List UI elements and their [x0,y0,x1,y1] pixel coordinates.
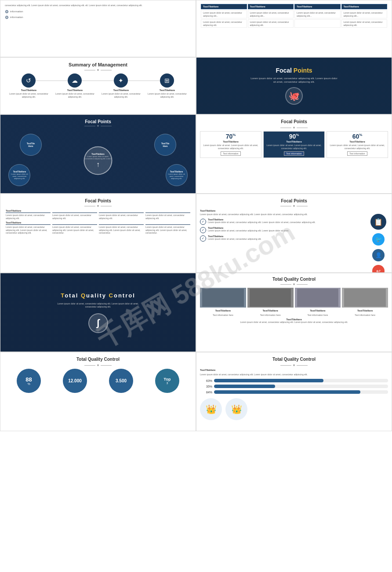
bubble-top-right: TextTileHere [154,134,176,156]
connector-line [26,81,171,81]
deco-dot [97,69,99,71]
icon-item-1: ↺ TextTileHere Lorem ipsum dolor sit ame… [8,73,49,98]
table-header-2-3 [99,221,144,225]
percent-num-90: 90% [289,133,299,139]
col-header-4: TextTileHere [341,4,388,9]
percent-card-label-2: TextTileHere [286,140,301,143]
list-entry-1: ✓ TextTileHere Lorem ipsum dolor sit ame… [200,218,366,225]
stat-num-88: 88 [25,377,32,382]
bar-row-84: 84% [200,390,388,394]
table-row: Lorem ipsum dolor sit amet, consectetur … [201,19,387,28]
tqc-dark-title: Total Quality Control [61,292,135,299]
percent-title-deco [200,127,388,128]
deco-line-left [84,70,95,70]
percent-card-text-2: Lorem ipsum dolor sit amet. Lorem ipsum … [265,144,323,150]
tqc-photos-title: Total Quality Control [200,277,388,282]
slide-tqc-stats: Total Quality Control 88 % 12.000 3.500 … [0,352,196,431]
col-header-3: TextTileHere [294,4,341,9]
photo-4 [342,288,388,308]
slide-focal-iconlist: Focal Points TextTileHere Lorem ipsum do… [196,194,392,273]
photo-sublabels: Text information here Text information h… [200,314,388,316]
tqc-photos-bottom-text: Lorem ipsum dolor sit amet, consectetur … [200,321,388,324]
stat-circle-3500: 3.500 [109,369,133,393]
check-icon-1: ✓ [200,219,206,225]
photos-row [200,288,388,308]
tqc-bars-title: Total Quality Control [200,357,388,362]
percent-card-btn-3[interactable]: Text information [347,151,367,156]
slide-focal-bubbles: Focal Points TextTileHere TextTileHere T… [0,114,196,194]
percent-card-btn-2[interactable]: Text information [284,151,304,156]
stat-unit-pct: % [27,382,30,385]
percent-num-70: 70% [226,133,236,139]
icon-text-2: Lorem ipsum dolor sit amet, consectetur … [54,92,95,98]
table-title-deco [6,205,190,207]
photo-3 [295,288,341,308]
bar-row-63: 63% [200,379,388,382]
icon-text-4: Lorem ipsum dolor sit amet, consectetur … [147,92,187,98]
info-bullet-2: ⚙ information [5,15,191,20]
percent-card-60: 60% TextTileHere Lorem ipsum dolor sit a… [327,131,388,158]
percent-card-btn-1[interactable]: Text information [221,151,240,156]
tqc-bars-bottom: 👑 👑 [200,398,388,420]
table-section-2: TextTileHere Lorem ipsum dolor sit amet,… [6,221,190,235]
icon-circle-3: ✦ [114,73,128,88]
tqc-bars-subtitle: Lorem ipsum dolor sit amet, consectetur … [200,373,388,376]
slide-tqc-photos: Total Quality Control TextTileHere TextT… [196,273,392,352]
bar-track-35 [214,385,388,388]
icon-circle-2: ☁ [68,73,82,88]
iconlist-left: TextTileHere Lorem ipsum dolor sit amet,… [200,209,366,273]
slide-table-top: TextTileHere TextTileHere TextTileHere T… [196,0,392,57]
bar-track-84 [214,390,388,394]
bubble-top-left: TextTileHere [20,134,42,156]
stat-circle-88: 88 % [17,369,41,393]
icon-item-2: ☁ TextTileHere Lorem ipsum dolor sit ame… [54,73,95,98]
bar-row-35: 35% [200,385,388,388]
summary-title: Summary of Management [6,62,190,67]
crown-icon-1: 👑 [200,398,222,420]
list-entry-3: ✓ TextTileHere Lorem ipsum dolor sit ame… [200,235,366,242]
bubble-slide-title: Focal Points [5,119,191,124]
stat-num-top: Top [164,378,171,381]
focal-logo-icon: 🐙 [285,87,303,105]
icon-text-1: Lorem ipsum dolor sit amet, consectetur … [8,92,49,98]
table-header-2-4 [145,221,190,225]
tqc-stats-title: Total Quality Control [6,357,190,362]
icon-label-3: TextTileHere [113,89,129,92]
bar-fill-63 [214,379,323,382]
photo-1 [200,288,246,308]
table-header-1: TextTileHere [6,209,51,213]
info-bullet-text-1: information [10,10,23,13]
table-header-3 [99,209,144,213]
top-table: TextTileHere TextTileHere TextTileHere T… [200,3,388,29]
slide-focal-dark: Focal Points Lorem ipsum dolor sit amet,… [196,57,392,114]
tqc-dark-subtitle: Lorem ipsum dolor sit amet, consectetur … [54,302,142,309]
tqc-bars-main-label: TextTileHere [200,369,388,371]
percent-card-label-3: TextTileHere [349,140,365,143]
bubble-layout: TextTileHere TextTileHere TextTileHere L… [5,128,191,192]
bar-pct-63: 63% [200,379,212,382]
check-icon-3: ✓ [200,235,206,242]
gear-icon-2: ⚙ [5,15,9,20]
deco-line-right [101,70,112,70]
icon-item-3: ✦ TextTileHere Lorem ipsum dolor sit ame… [101,73,141,98]
stat-num-3500: 3.500 [116,379,127,383]
icon-label-4: TextTileHere [160,89,175,92]
info-col-1: consectetur adipiscing elit. Lorem ipsum… [5,4,191,21]
iconlist-title-deco [200,205,388,207]
stats-circles: 88 % 12.000 3.500 Top 3 [6,369,190,393]
slide-tqc-dark: Total Quality Control Lorem ipsum dolor … [0,273,196,352]
list-entry-2: ✓ TextTileHere Lorem ipsum dolor sit ame… [200,227,366,233]
user-icon: 👤 [372,249,385,261]
icon-circle-1: ↺ [22,73,36,88]
focal-highlight: Points [294,67,312,74]
table-header-4 [145,209,190,213]
bubble-bottom-right: TextTileHere Lorem ipsum dolor sit amet,… [166,164,188,186]
slide-focal-percent: Focal Points 70% TextTileHere Lorem ipsu… [196,114,392,194]
iconlist-slide-title: Focal Points [200,198,388,203]
stat-circle-top3: Top 3 [155,369,179,393]
slide-info-bullets: consectetur adipiscing elit. Lorem ipsum… [0,0,196,57]
table-section-1: TextTileHere Lorem ipsum dolor sit amet,… [6,209,190,220]
icon-label-2: TextTileHere [67,89,83,92]
icon-circle-4: ⊞ [160,73,174,88]
bubble-title-deco [5,125,191,127]
